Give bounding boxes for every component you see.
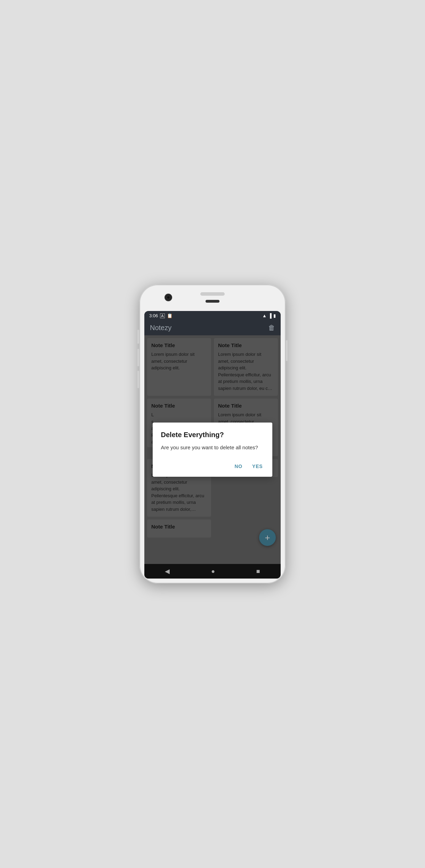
phone-camera <box>165 294 172 301</box>
phone-screen: 3:06 A 📋 ▲ ▐ ▮ Notezy 🗑 Note Title Lorem… <box>144 311 281 579</box>
nav-back-button[interactable]: ◀ <box>165 567 170 575</box>
delete-all-button[interactable]: 🗑 <box>268 324 275 332</box>
notes-grid: Note Title Lorem ipsum dolor sit amet, c… <box>144 335 281 564</box>
signal-icon: ▐ <box>268 313 272 318</box>
dialog-title: Delete Everything? <box>161 431 264 439</box>
status-bar-left: 3:06 A 📋 <box>149 313 173 318</box>
app-bar: Notezy 🗑 <box>144 320 281 335</box>
nav-bar: ◀ ● ■ <box>144 564 281 579</box>
phone-speaker <box>200 292 225 296</box>
nav-home-button[interactable]: ● <box>211 568 215 575</box>
dialog-buttons: NO YES <box>161 461 264 471</box>
app-title: Notezy <box>150 324 171 332</box>
delete-dialog: Delete Everything? Are you sure you want… <box>153 423 273 477</box>
status-time: 3:06 <box>149 313 158 318</box>
dialog-no-button[interactable]: NO <box>233 461 244 471</box>
phone-volume-up-button <box>137 330 139 344</box>
dialog-message: Are you sure you want to delete all note… <box>161 444 264 452</box>
phone-volume-down-button <box>137 349 139 366</box>
phone-home-pill <box>206 300 219 303</box>
phone-power-button <box>286 340 288 361</box>
battery-icon: ▮ <box>273 313 276 318</box>
dialog-yes-button[interactable]: YES <box>251 461 264 471</box>
nav-recent-button[interactable]: ■ <box>256 568 260 575</box>
wifi-icon: ▲ <box>262 313 267 318</box>
dialog-overlay: Delete Everything? Are you sure you want… <box>144 335 281 564</box>
status-icon-a: A <box>160 313 165 318</box>
phone-silent-button <box>137 371 139 388</box>
phone-frame: 3:06 A 📋 ▲ ▐ ▮ Notezy 🗑 Note Title Lorem… <box>139 285 286 583</box>
status-bar-right: ▲ ▐ ▮ <box>262 313 276 318</box>
status-bar: 3:06 A 📋 ▲ ▐ ▮ <box>144 311 281 320</box>
status-icon-clipboard: 📋 <box>167 313 173 318</box>
